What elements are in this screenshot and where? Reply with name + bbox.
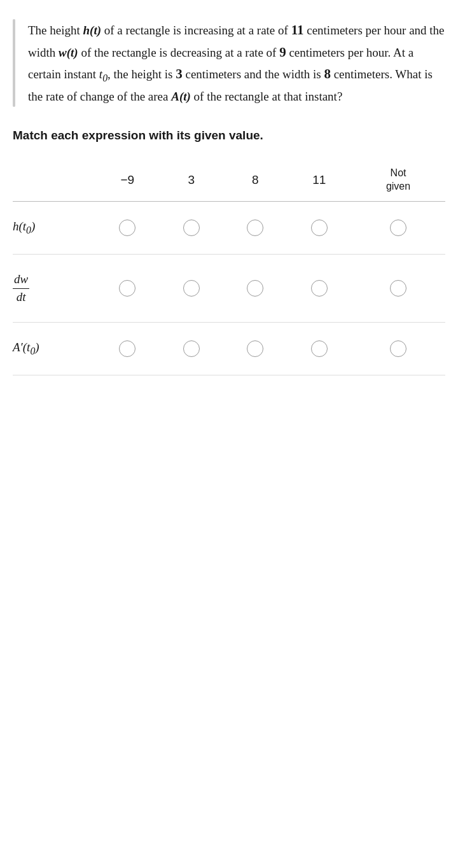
header-11: 11 — [288, 167, 352, 201]
problem-text: The height h(t) of a rectangle is increa… — [28, 19, 445, 107]
h-t-label: h(t) — [83, 24, 102, 37]
width-8: 8 — [324, 66, 331, 81]
problem-block: The height h(t) of a rectangle is increa… — [13, 19, 445, 107]
height-3: 3 — [176, 66, 183, 81]
row-label-Aprime: A′(t0) — [13, 323, 95, 375]
radio-ht0-3[interactable] — [183, 220, 200, 236]
dwdt-option-11[interactable] — [288, 254, 352, 323]
radio-Aprime-8[interactable] — [247, 340, 263, 357]
radio-dwdt-neg9[interactable] — [119, 280, 135, 297]
Aprime-option-8[interactable] — [223, 323, 288, 375]
w-t-label: w(t) — [59, 46, 78, 59]
match-table: −9 3 8 11 Notgiven h(t0) — [13, 167, 445, 375]
instruction-text: Match each expression with its given val… — [13, 127, 445, 144]
radio-dwdt-3[interactable] — [183, 280, 200, 297]
row-label-ht0: h(t0) — [13, 201, 95, 254]
row-label-dwdt: dw dt — [13, 254, 95, 323]
Aprime-option-3[interactable] — [160, 323, 224, 375]
table-row: h(t0) — [13, 201, 445, 254]
Aprime-option-neg9[interactable] — [95, 323, 160, 375]
ht0-option-8[interactable] — [223, 201, 288, 254]
dwdt-option-notgiven[interactable] — [351, 254, 445, 323]
fraction-dwdt: dw dt — [13, 272, 29, 305]
radio-Aprime-neg9[interactable] — [119, 340, 135, 357]
denominator-dt: dt — [15, 289, 27, 305]
ht0-option-11[interactable] — [288, 201, 352, 254]
A-t-label: A(t) — [171, 90, 191, 103]
Aprime-option-11[interactable] — [288, 323, 352, 375]
ht0-option-neg9[interactable] — [95, 201, 160, 254]
radio-dwdt-8[interactable] — [247, 280, 263, 297]
radio-Aprime-11[interactable] — [311, 340, 328, 357]
header-3: 3 — [160, 167, 224, 201]
table-row: A′(t0) — [13, 323, 445, 375]
table-header-row: −9 3 8 11 Notgiven — [13, 167, 445, 201]
radio-ht0-notgiven[interactable] — [390, 220, 406, 236]
ht0-option-3[interactable] — [160, 201, 224, 254]
ht0-option-notgiven[interactable] — [351, 201, 445, 254]
rate-11: 11 — [291, 22, 304, 38]
header-empty — [13, 167, 95, 201]
header-not-given: Notgiven — [351, 167, 445, 201]
radio-Aprime-notgiven[interactable] — [390, 340, 406, 357]
numerator-dw: dw — [13, 272, 29, 289]
radio-Aprime-3[interactable] — [183, 340, 200, 357]
t0-label: t0 — [99, 67, 108, 81]
header-8: 8 — [223, 167, 288, 201]
table-row: dw dt — [13, 254, 445, 323]
radio-ht0-11[interactable] — [311, 220, 328, 236]
radio-ht0-neg9[interactable] — [119, 220, 135, 236]
dwdt-option-8[interactable] — [223, 254, 288, 323]
Aprime-option-notgiven[interactable] — [351, 323, 445, 375]
rate-9: 9 — [279, 45, 286, 60]
dwdt-option-neg9[interactable] — [95, 254, 160, 323]
header-neg9: −9 — [95, 167, 160, 201]
left-border — [13, 19, 15, 107]
radio-dwdt-11[interactable] — [311, 280, 328, 297]
dwdt-option-3[interactable] — [160, 254, 224, 323]
radio-dwdt-notgiven[interactable] — [390, 280, 406, 297]
radio-ht0-8[interactable] — [247, 220, 263, 236]
